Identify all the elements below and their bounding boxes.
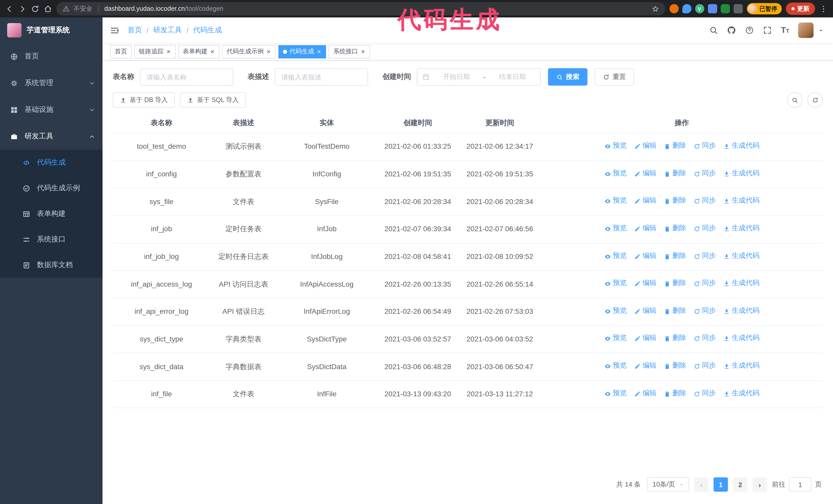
tab-home[interactable]: 首页 <box>110 45 132 58</box>
delete-link[interactable]: 删除 <box>664 141 686 151</box>
edit-link[interactable]: 编辑 <box>634 196 657 207</box>
browser-reload-icon[interactable] <box>31 4 40 13</box>
edit-link[interactable]: 编辑 <box>634 333 657 344</box>
table-name-input[interactable] <box>140 68 233 86</box>
generate-link[interactable]: 生成代码 <box>723 250 759 261</box>
delete-link[interactable]: 删除 <box>664 168 686 179</box>
tab-form-builder[interactable]: 表单构建 × <box>178 45 219 58</box>
header-search-icon[interactable] <box>709 26 718 35</box>
profile-paused-badge[interactable]: 已暂停 <box>747 3 782 14</box>
delete-link[interactable]: 删除 <box>664 278 686 289</box>
generate-link[interactable]: 生成代码 <box>723 360 759 371</box>
import-db-button[interactable]: 基于 DB 导入 <box>113 92 175 108</box>
preview-link[interactable]: 预览 <box>604 333 627 344</box>
preview-link[interactable]: 预览 <box>604 306 627 316</box>
edit-link[interactable]: 编辑 <box>634 250 657 261</box>
extension-icon-orange[interactable] <box>669 4 679 13</box>
prev-page-button[interactable]: ‹ <box>694 477 709 492</box>
generate-link[interactable]: 生成代码 <box>723 196 759 207</box>
table-desc-input[interactable] <box>275 68 368 86</box>
sync-link[interactable]: 同步 <box>693 223 716 234</box>
generate-link[interactable]: 生成代码 <box>723 388 759 399</box>
sync-link[interactable]: 同步 <box>693 278 716 289</box>
delete-link[interactable]: 删除 <box>664 250 686 261</box>
edit-link[interactable]: 编辑 <box>634 141 657 151</box>
edit-link[interactable]: 编辑 <box>634 168 657 179</box>
sync-link[interactable]: 同步 <box>693 360 716 371</box>
sync-link[interactable]: 同步 <box>693 306 716 316</box>
close-icon[interactable]: × <box>266 48 271 55</box>
sidebar-item-infra[interactable]: 基础设施 <box>0 96 102 123</box>
breadcrumb-item[interactable]: 研发工具 <box>153 26 182 35</box>
user-avatar[interactable] <box>798 23 813 38</box>
menu-fold-button[interactable] <box>110 25 119 35</box>
sidebar-subitem-codegen-demo[interactable]: 代码生成示例 <box>0 175 102 201</box>
sync-link[interactable]: 同步 <box>693 388 716 399</box>
delete-link[interactable]: 删除 <box>664 306 686 316</box>
close-icon[interactable]: × <box>361 48 365 55</box>
url-bar[interactable]: 不安全 dashboard.yudao.iocoder.cn/tool/code… <box>56 2 665 16</box>
preview-link[interactable]: 预览 <box>604 278 627 289</box>
preview-link[interactable]: 预览 <box>604 360 627 371</box>
sync-link[interactable]: 同步 <box>693 333 716 344</box>
generate-link[interactable]: 生成代码 <box>723 333 759 344</box>
preview-link[interactable]: 预览 <box>604 196 627 207</box>
close-icon[interactable]: × <box>210 48 215 55</box>
tab-codegen[interactable]: 代码生成 × <box>278 45 326 58</box>
sidebar-item-devtools[interactable]: 研发工具 <box>0 123 102 150</box>
fullscreen-icon[interactable] <box>763 26 772 35</box>
sync-link[interactable]: 同步 <box>693 141 716 151</box>
browser-home-icon[interactable] <box>44 4 52 13</box>
sidebar-subitem-codegen[interactable]: 代码生成 <box>0 150 102 175</box>
toggle-search-button[interactable] <box>787 92 802 108</box>
delete-link[interactable]: 删除 <box>664 196 686 207</box>
tab-codegen-demo[interactable]: 代码生成示例 × <box>222 45 276 58</box>
generate-link[interactable]: 生成代码 <box>723 306 759 316</box>
edit-link[interactable]: 编辑 <box>634 278 657 289</box>
sidebar-item-home[interactable]: 首页 <box>0 43 102 70</box>
refresh-table-button[interactable] <box>807 92 823 108</box>
close-icon[interactable]: × <box>166 48 171 55</box>
edit-link[interactable]: 编辑 <box>634 388 657 399</box>
extension-icon-drop[interactable] <box>682 4 691 13</box>
edit-link[interactable]: 编辑 <box>634 223 657 234</box>
browser-update-button[interactable]: 更新 <box>786 3 815 15</box>
sync-link[interactable]: 同步 <box>693 196 716 207</box>
page-button-2[interactable]: 2 <box>733 477 747 492</box>
sidebar-item-system[interactable]: 系统管理 <box>0 70 102 96</box>
next-page-button[interactable]: › <box>753 477 767 492</box>
tab-system-api[interactable]: 系统接口 × <box>329 45 370 58</box>
extension-icon-puzzle[interactable] <box>733 4 742 13</box>
delete-link[interactable]: 删除 <box>664 360 686 371</box>
sidebar-subitem-system-api[interactable]: 系统接口 <box>0 226 102 252</box>
breadcrumb-item[interactable]: 首页 <box>128 26 142 35</box>
font-size-icon[interactable]: TT <box>781 26 789 34</box>
github-icon[interactable] <box>727 26 736 35</box>
delete-link[interactable]: 删除 <box>664 223 686 234</box>
delete-link[interactable]: 删除 <box>664 388 686 399</box>
preview-link[interactable]: 预览 <box>604 168 627 179</box>
page-size-select[interactable]: 10条/页 <box>647 477 689 492</box>
search-button[interactable]: 搜索 <box>548 68 588 86</box>
sidebar-subitem-db-doc[interactable]: 数据库文档 <box>0 252 102 278</box>
generate-link[interactable]: 生成代码 <box>723 141 759 151</box>
browser-forward-icon[interactable] <box>18 4 27 13</box>
help-icon[interactable] <box>745 26 754 35</box>
preview-link[interactable]: 预览 <box>604 141 627 151</box>
preview-link[interactable]: 预览 <box>604 250 627 261</box>
extension-icon-grid[interactable] <box>708 4 717 13</box>
sidebar-subitem-form-builder[interactable]: 表单构建 <box>0 201 102 226</box>
preview-link[interactable]: 预览 <box>604 388 627 399</box>
browser-menu-icon[interactable] <box>819 4 828 13</box>
page-button-1[interactable]: 1 <box>714 477 728 492</box>
avatar-caret-icon[interactable] <box>818 27 824 33</box>
reset-button[interactable]: 重置 <box>595 68 634 86</box>
date-range-picker[interactable]: 开始日期 - 结束日期 <box>417 68 541 86</box>
sync-link[interactable]: 同步 <box>693 168 716 179</box>
delete-link[interactable]: 删除 <box>664 333 686 344</box>
browser-back-icon[interactable] <box>5 4 14 13</box>
goto-page-input[interactable] <box>789 477 811 492</box>
generate-link[interactable]: 生成代码 <box>723 278 759 289</box>
generate-link[interactable]: 生成代码 <box>723 168 759 179</box>
preview-link[interactable]: 预览 <box>604 223 627 234</box>
